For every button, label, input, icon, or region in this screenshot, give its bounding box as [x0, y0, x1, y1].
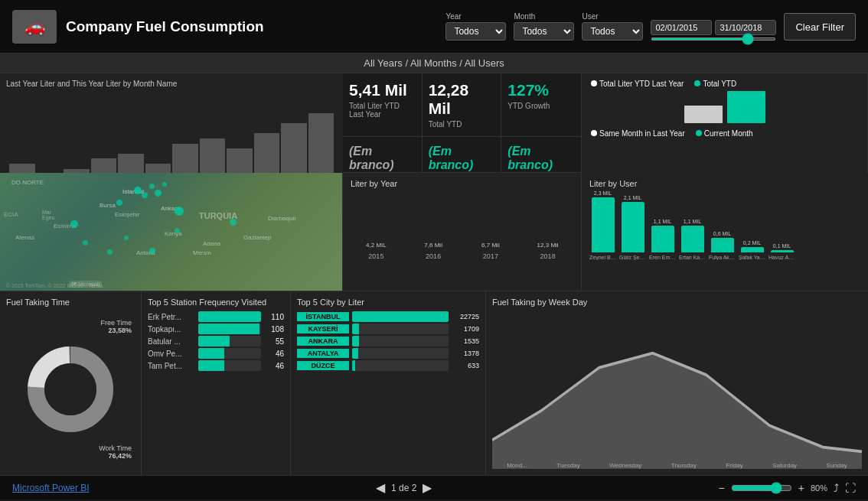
liter-by-user: Liter by User 2,3 MIL Zeynel Bilbol 2,1 … — [582, 173, 868, 291]
station-bar-fill-0 — [198, 311, 261, 322]
map-label-mersin: Mersin — [193, 249, 211, 256]
fuel-taking-time: Fuel Taking Time Free Time 23,58% — [0, 291, 142, 475]
breadcrumb-bar: All Years / All Months / All Users — [0, 54, 868, 73]
month-select[interactable]: Todos — [514, 22, 574, 41]
user-bar-3: 1,1 MIL Ertan Kapucu — [679, 219, 706, 260]
row3: Fuel Taking Time Free Time 23,58% — [0, 291, 868, 475]
year-filter-group: Year Todos — [445, 12, 506, 41]
liter-year-bars: 4,2 MIL 2015 7,6 Mil 2016 6,7 Mil 2017 1… — [351, 191, 573, 260]
legend-dot-samemonth — [591, 130, 597, 136]
user-select[interactable]: Todos — [582, 22, 643, 41]
user-bar-1-val: 2,1 MIL — [624, 195, 641, 200]
station-bar-bg-2 — [198, 336, 261, 346]
map-label-eskisehir: Eskişehir — [115, 211, 139, 218]
free-time-label: Free Time — [100, 319, 132, 327]
zoom-out-button[interactable]: − — [719, 482, 725, 494]
city-row-4: DÜZCE 633 — [297, 360, 479, 371]
kpi-val-2: 12,28 Mil — [429, 81, 495, 118]
map-label-maregeu: MarEgeu — [42, 210, 54, 220]
fuel-week-day: Fuel Taking by Week Day Mond... Tuesday … — [486, 291, 868, 475]
city-bar-bg-3 — [352, 348, 449, 359]
zoom-in-button[interactable]: + — [798, 482, 804, 494]
map-dot-ankara — [175, 207, 184, 216]
ytd-bar-lastyear — [684, 106, 723, 123]
fullscreen-button[interactable]: ⛶ — [845, 482, 856, 494]
top5-station: Top 5 Station Frequency Visited Erk Petr… — [142, 291, 291, 475]
week-area-chart — [492, 310, 862, 469]
map-label-adana: Adana — [203, 240, 220, 247]
zoom-level: 80% — [811, 483, 827, 493]
bar-2015-label: 2015 — [368, 252, 383, 260]
ytd-legend1: Total Liter YTD Last Year Total YTD — [591, 80, 858, 88]
year-select[interactable]: Todos — [445, 22, 506, 41]
user-bar-3-fill — [681, 226, 704, 252]
bar-2017-label: 2017 — [483, 252, 498, 260]
station-name-2: Batular ... — [148, 337, 195, 346]
day-mon: Mond... — [507, 462, 527, 469]
clear-filter-button[interactable]: Clear Filter — [784, 13, 856, 41]
city-val-1: 1709 — [452, 325, 479, 333]
user-bar-6-val: 0,1 MIL — [773, 243, 791, 249]
liter-user-bars: 2,3 MIL Zeynel Bilbol 2,1 MIL Güliz Şene… — [589, 191, 860, 260]
station-row-1: Topkapı... 108 — [148, 324, 284, 334]
bar-2017: 6,7 Mil 2017 — [465, 242, 517, 260]
bar-2018-label: 2018 — [540, 252, 556, 260]
bar-2018: 12,3 Mil 2018 — [522, 242, 573, 260]
kpi-ytd-growth: 127% YTD Growth — [501, 73, 581, 137]
user-bar-0: 2,3 MIL Zeynel Bilbol — [589, 190, 616, 260]
map-label-gaziantep: Gaziantep — [243, 234, 271, 241]
user-bar-1-fill — [622, 202, 644, 252]
donut-chart-svg — [24, 343, 116, 435]
city-name-1: KAYSERİ — [297, 324, 349, 333]
city-bar-fill-1 — [352, 324, 359, 334]
day-tue: Tuesday — [556, 462, 579, 469]
liter-user-title: Liter by User — [589, 179, 860, 188]
city-val-4: 633 — [452, 362, 479, 369]
breadcrumb-text: All Years / All Months / All Users — [364, 57, 504, 69]
user-bar-5: 0,2 MIL Şafak Yasin — [739, 240, 765, 260]
map-dot-bursa — [116, 200, 122, 206]
car-icon: 🚗 — [12, 10, 57, 44]
donut-wrapper: Free Time 23,58% Work Time 76,42% — [6, 310, 135, 469]
map-dot-5 — [162, 182, 167, 187]
map-label-atenas: Atenas — [15, 234, 34, 241]
date-slider[interactable] — [651, 37, 776, 41]
user-bar-5-val: 0,2 MIL — [743, 240, 761, 246]
station-bar-fill-4 — [198, 360, 224, 371]
map-dot-3 — [149, 184, 155, 189]
city-row-3: ANTALYA 1378 — [297, 348, 479, 359]
powerbi-logo-link[interactable]: Microsoft Power BI — [12, 483, 90, 493]
city-bar-fill-2 — [352, 336, 359, 346]
share-button[interactable]: ⤴ — [834, 482, 839, 494]
city-val-0: 22725 — [452, 313, 479, 320]
city-row-2: ANKARA 1535 — [297, 336, 479, 346]
map-logo: 🗺 Microsoft — [69, 281, 102, 288]
map-dot-7 — [107, 249, 113, 255]
filter-controls: Year Todos Month Todos User Todos Clear … — [445, 12, 856, 41]
work-time-pct: 76,42% — [99, 452, 132, 460]
bar-2015: 4,2 MIL 2015 — [351, 242, 402, 260]
user-bar-3-val: 1,1 MIL — [684, 219, 701, 224]
kpi-val-3: 127% — [507, 81, 575, 99]
city-bar-fill-3 — [352, 348, 358, 359]
prev-page-button[interactable]: ◀ — [376, 480, 385, 495]
station-row-3: Omv Pe... 46 — [148, 348, 284, 359]
station-val-4: 46 — [264, 362, 284, 370]
bar-2016: 7,6 Mil 2016 — [408, 242, 459, 260]
legend-dot-ytd — [694, 80, 700, 86]
city-row-1: KAYSERİ 1709 — [297, 324, 479, 334]
user-bar-0-fill — [592, 197, 615, 252]
legend-dot-currentmonth — [696, 130, 702, 136]
next-page-button[interactable]: ▶ — [423, 480, 432, 495]
zoom-slider[interactable] — [731, 482, 792, 494]
year-label: Year — [445, 12, 506, 21]
lastyear-chart-title: Last Year Liter and This Year Liter by M… — [6, 80, 337, 88]
user-bar-2-val: 1,1 MIL — [654, 219, 671, 224]
station-name-4: Tam Pet... — [148, 362, 195, 370]
map-label-norte: DO NORTE — [11, 179, 44, 186]
bar-2016-label: 2016 — [426, 252, 441, 260]
user-bar-6: 0,1 MIL Havuz Aracı P... — [768, 243, 795, 260]
city-bar-bg-1 — [352, 324, 449, 334]
station-row-4: Tam Pet... 46 — [148, 360, 284, 371]
ytd-bar-ytd — [727, 91, 765, 123]
